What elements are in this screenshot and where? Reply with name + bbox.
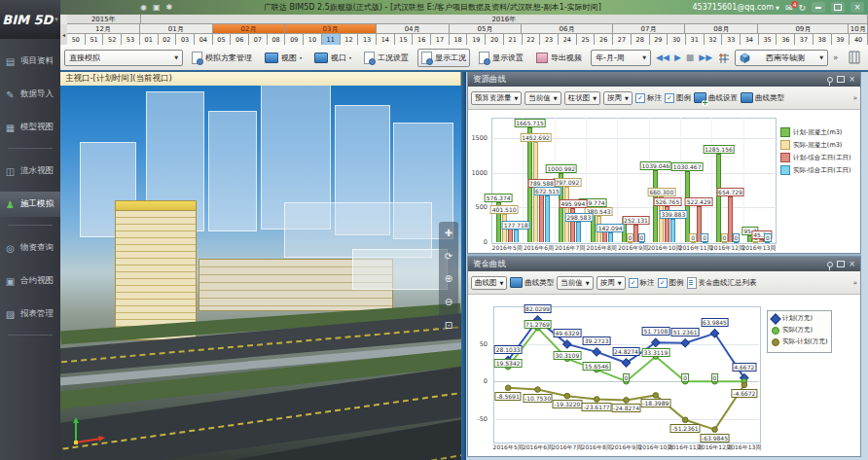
disc-icon[interactable]: ◉ — [140, 3, 147, 12]
legend-checkbox[interactable]: ✓图例 — [665, 93, 691, 103]
point-value-label: 28.1033 — [494, 345, 523, 354]
view-button[interactable]: 视图▾ — [261, 50, 306, 66]
flow-view-icon: ◫ — [4, 166, 17, 177]
line-chart-svg — [468, 295, 860, 456]
pin-icon[interactable] — [827, 262, 833, 267]
columns-icon[interactable] — [849, 51, 860, 64]
sidebar-item-contract-view[interactable]: ▣合约视图 — [0, 268, 60, 294]
zoom-window-icon[interactable]: ⊡ — [445, 320, 452, 331]
timeline-month-cell[interactable]: 07月 — [613, 24, 686, 34]
display-settings-button[interactable]: 显示设置 — [475, 49, 527, 67]
zoom-in-icon[interactable]: ⊕ — [445, 273, 452, 284]
sidebar-item-material-query[interactable]: ◎物资查询 — [0, 235, 60, 261]
bar-value-label: 0 — [733, 233, 741, 242]
view-direction-select[interactable]: 西南等轴测▼ — [735, 50, 828, 66]
forward-button[interactable]: ▶▶ — [699, 53, 712, 62]
timeline-year-cell: 2016年 — [141, 15, 868, 24]
bar-value-label: 177.718 — [502, 221, 530, 230]
bar-value-label: 1000.992 — [546, 164, 578, 173]
data-import-icon: ✎ — [4, 89, 17, 100]
sidebar-item-report-mgmt[interactable]: ▨报表管理 — [0, 301, 60, 327]
resource-period-select[interactable]: 按周▼ — [603, 91, 633, 105]
show-condition-button[interactable]: 显示工况 — [417, 49, 470, 67]
legend-checkbox[interactable]: ✓图例 — [658, 278, 684, 288]
curve-settings-button[interactable]: 曲线设置 — [694, 92, 738, 103]
resource-panel-header: 资源曲线 × — [468, 72, 860, 87]
stop-button[interactable]: ■ — [686, 53, 695, 62]
bar-value-label: 495.994 — [559, 199, 587, 208]
fund-charttype-select[interactable]: 曲线图▼ — [471, 276, 507, 290]
condition-settings-button[interactable]: 工况设置 — [360, 49, 413, 67]
sidebar-item-project-data[interactable]: ▤项目资料 — [0, 49, 60, 74]
close-panel-icon[interactable]: × — [849, 260, 855, 268]
point-value-label: 0 — [623, 373, 631, 382]
export-video-button[interactable]: 导出视频 — [532, 50, 586, 66]
zoom-out-icon[interactable]: ⊖ — [445, 297, 452, 307]
save-icon[interactable]: ▣ — [153, 3, 161, 12]
main-viewport: 主视口-[计划时间](当前视口) — [60, 70, 461, 460]
close-panel-icon[interactable]: × — [849, 75, 855, 84]
minimize-button[interactable] — [812, 2, 825, 13]
account-menu[interactable]: 453715601@qq.com▼ — [692, 3, 778, 12]
legend-swatch — [780, 127, 790, 137]
point-value-label: -19.3220 — [552, 400, 582, 408]
resource-toolbar-overflow[interactable]: » — [852, 93, 857, 102]
close-button[interactable]: × — [850, 2, 864, 13]
x-axis-label: 2016年5周 — [492, 244, 523, 253]
pin-icon[interactable] — [827, 77, 833, 83]
resource-charttype-select[interactable]: 柱状图▼ — [564, 91, 600, 105]
toolbar-overflow[interactable]: » — [833, 53, 838, 62]
timeline-month-cell[interactable]: 06月 — [522, 24, 612, 34]
x-axis-label: 2016年7周 — [555, 244, 585, 253]
curve-type-button[interactable]: 曲线类型 — [741, 92, 784, 103]
refresh-icon[interactable]: ↻ — [798, 3, 806, 13]
resource-source-select[interactable]: 预算资源量▼ — [471, 91, 522, 105]
fund-period-select[interactable]: 按周▼ — [597, 276, 626, 290]
point-value-label: 19.5342 — [494, 359, 523, 368]
gridline — [743, 118, 744, 242]
maximize-panel-icon[interactable] — [837, 76, 845, 83]
fund-curve-type-button[interactable]: 曲线类型 — [510, 277, 554, 288]
sidebar-item-model-view[interactable]: ▦模型视图 — [0, 115, 60, 140]
app-logo[interactable]: BIM 5D▾ — [0, 0, 60, 39]
sidebar-item-construction-sim[interactable]: ♟施工模拟 — [0, 192, 60, 217]
sidebar-item-flow-view[interactable]: ◫流水视图 — [0, 159, 60, 184]
viewport-button[interactable]: 视口▾ — [310, 50, 355, 66]
annotate-checkbox[interactable]: ✓标注 — [629, 278, 655, 288]
timeline-month-cell[interactable]: 10月 — [849, 24, 867, 34]
resource-panel-title: 资源曲线 — [473, 74, 824, 86]
rewind-button[interactable]: ◀◀ — [656, 53, 669, 62]
bar-value-label: 0 — [764, 233, 772, 242]
bar-0 — [685, 171, 690, 242]
time-scale-select[interactable]: 年-月-周▼ — [591, 50, 651, 66]
timeline-month-cell[interactable]: 04月 — [377, 24, 450, 34]
orbit-icon[interactable]: ⟳ — [445, 251, 452, 262]
timeline-month-cell[interactable]: 01月 — [140, 24, 213, 34]
fund-toolbar-overflow[interactable]: » — [852, 278, 857, 287]
settings-icon[interactable]: ✱ — [166, 3, 173, 12]
maximize-button[interactable] — [831, 2, 845, 13]
pan-icon[interactable]: ✚ — [445, 228, 452, 238]
3d-scene[interactable]: ✚ ⟳ ⊕ ⊖ ⊡ — [60, 86, 461, 460]
mail-icon[interactable]: ✉4 — [785, 3, 793, 13]
main-toolbar: 直接模拟▼ 模拟方案管理 视图▾ 视口▾ 工况设置 显示工况 显示设置 导出视频… — [60, 45, 868, 72]
fund-summary-button[interactable]: 资金曲线汇总列表 — [687, 277, 757, 289]
bar-value-label: 0 — [721, 233, 729, 242]
timeline-month-cell[interactable]: 09月 — [758, 24, 849, 34]
sim-plan-manage-button[interactable]: 模拟方案管理 — [188, 49, 256, 67]
resource-value-select[interactable]: 当前值▼ — [524, 91, 561, 105]
annotate-checkbox[interactable]: ✓标注 — [635, 93, 662, 103]
simulation-mode-select[interactable]: 直接模拟▼ — [64, 50, 183, 66]
timeline-month-cell[interactable]: 08月 — [685, 24, 758, 34]
maximize-panel-icon[interactable] — [837, 261, 845, 267]
timeline-month-cell[interactable]: 03月 — [285, 24, 376, 34]
timeline-month-cell[interactable]: 12月 — [67, 24, 140, 34]
fund-panel-title: 资金曲线 — [473, 259, 824, 270]
schedule-grid-icon[interactable] — [717, 52, 730, 64]
timeline-month-cell[interactable]: 02月 — [213, 24, 286, 34]
sidebar-item-data-import[interactable]: ✎数据导入 — [0, 82, 60, 107]
play-button[interactable]: ▶ — [674, 53, 681, 62]
timeline-month-cell[interactable]: 05月 — [450, 24, 523, 34]
fund-value-select[interactable]: 当前值▼ — [557, 276, 593, 290]
sidebar-divider — [8, 335, 53, 336]
